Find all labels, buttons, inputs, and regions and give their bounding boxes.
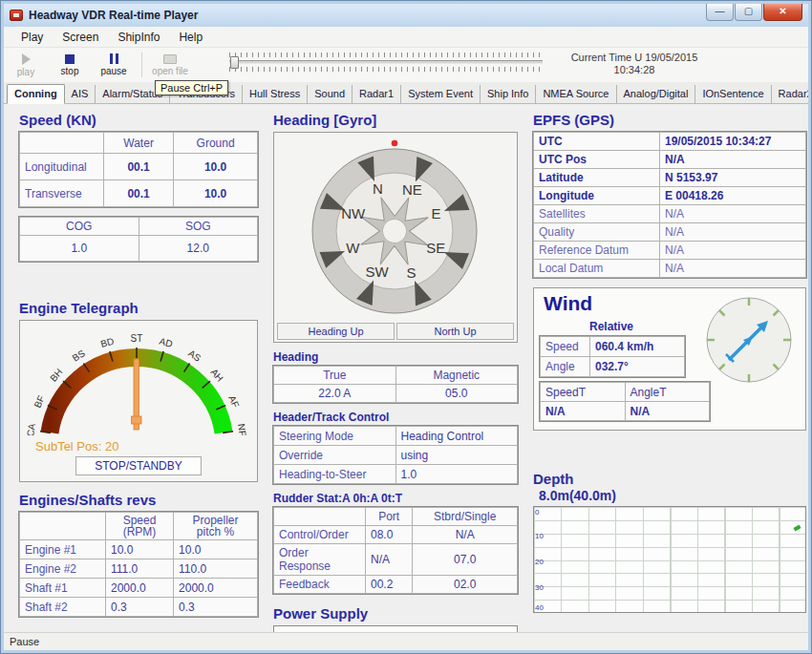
- tab-ais[interactable]: AIS: [65, 85, 96, 103]
- gyro-compass-panel: N NE E SE S SW W NW Heading Up North Up: [273, 132, 518, 343]
- table-row: UTC 19/05/2015 10:34:27: [534, 133, 806, 151]
- slider-ticks-top: [229, 53, 543, 57]
- tab-radar2[interactable]: Radar2: [772, 85, 808, 103]
- menu-shipinfo[interactable]: ShipInfo: [108, 28, 169, 47]
- cog-sog-table: COG SOG 1.0 12.0: [19, 217, 258, 262]
- compass-point-nw: NW: [341, 205, 366, 222]
- table-row: SpeedT AngleT: [541, 383, 710, 402]
- heading-true-value: 22.0 A: [274, 385, 396, 403]
- wind-speed-value: 060.4 km/h: [590, 337, 685, 357]
- heading-true-header: True: [274, 367, 396, 385]
- heading-title: Heading: [273, 350, 518, 364]
- table-row: 1.0 12.0: [20, 236, 258, 262]
- open-file-button[interactable]: open file: [148, 49, 192, 81]
- rudder-title: Rudder Stat:A 0h:A 0t:T: [273, 492, 518, 505]
- pause-button[interactable]: pause: [92, 49, 136, 81]
- maximize-button[interactable]: ▢: [735, 4, 762, 21]
- speed-table: Water Ground Longitudinal 00.1 10.0 Tran…: [19, 132, 258, 207]
- depth-chart: 0 10 20 30 40: [533, 506, 806, 613]
- telegraph-label: NF: [236, 423, 248, 435]
- tab-conning[interactable]: Conning: [7, 84, 65, 104]
- stop-button-label: stop: [61, 66, 79, 76]
- rudder-col-port: Port: [366, 508, 413, 526]
- cog-header: COG: [20, 218, 139, 236]
- table-row: Override using: [274, 446, 518, 465]
- table-row: Transverse 00.1 10.0: [20, 180, 258, 207]
- table-row: Speed 060.4 km/h: [541, 337, 685, 357]
- tab-ship-info[interactable]: Ship Info: [481, 85, 536, 103]
- menu-play[interactable]: Play: [11, 28, 53, 47]
- heading-up-button[interactable]: Heading Up: [277, 323, 395, 340]
- lubber-line-marker: [392, 140, 398, 147]
- table-row: Longitudinal 00.1 10.0: [20, 154, 258, 180]
- telegraph-label: ST: [131, 333, 143, 344]
- table-row: Latitude N 5153.97: [534, 169, 806, 187]
- table-row: Engine #2 111.0 110.0: [20, 559, 258, 579]
- close-button[interactable]: ✕: [763, 4, 802, 21]
- telegraph-label: BH: [48, 367, 64, 384]
- tab-analog-digital[interactable]: Analog/Digital: [617, 85, 696, 103]
- tab-hull-stress[interactable]: Hull Stress: [243, 85, 308, 103]
- table-row: Quality N/A: [534, 223, 806, 242]
- compass-point-e: E: [432, 205, 441, 222]
- es-col-speed: Speed(RPM): [106, 513, 174, 540]
- wind-angle-value: 032.7°: [590, 357, 685, 377]
- table-row: Engine #1 10.0 10.0: [20, 540, 258, 559]
- telegraph-label: AF: [226, 394, 241, 410]
- open-file-button-label: open file: [152, 66, 188, 76]
- pause-button-label: pause: [100, 66, 126, 76]
- epfs-title: EPFS (GPS): [533, 112, 806, 128]
- wind-speed-angle-table: Speed 060.4 km/h Angle 032.7°: [540, 336, 685, 377]
- wind-relative-label: Relative: [589, 320, 633, 333]
- tab-nmea-source[interactable]: NMEA Source: [536, 85, 616, 103]
- telegraph-label: BS: [71, 348, 87, 364]
- compass-point-sw: SW: [366, 264, 390, 280]
- speed-col-water: Water: [104, 133, 174, 154]
- table-row: Longitude E 00418.26: [534, 187, 806, 205]
- tab-ionsentence[interactable]: IOnSentence: [695, 85, 771, 103]
- tab-system-event[interactable]: System Event: [401, 85, 481, 103]
- slider-thumb[interactable]: [230, 56, 239, 69]
- subtel-position: SubTel Pos: 20: [35, 439, 255, 454]
- slider-track[interactable]: [229, 60, 543, 64]
- cog-value: 1.0: [20, 236, 139, 262]
- menu-help[interactable]: Help: [169, 28, 212, 47]
- engines-shafts-table: Speed(RPM) Propellerpitch % Engine #1 10…: [19, 512, 258, 617]
- gyro-title: Heading [Gyro]: [273, 112, 518, 128]
- play-button[interactable]: play: [4, 49, 48, 81]
- telegraph-label: CA: [25, 423, 37, 435]
- compass-rose: N NE E SE S SW W NW: [277, 136, 512, 317]
- status-bar: Pause: [4, 632, 808, 650]
- title-bar[interactable]: Headway VDR Real-time Player — ▢ ✕: [4, 4, 808, 27]
- rudder-table: Port Stbrd/Single Control/Order 08.0 N/A…: [273, 507, 518, 594]
- speed-title: Speed (KN): [19, 112, 258, 128]
- minimize-button[interactable]: —: [706, 4, 734, 21]
- stop-icon: [65, 54, 75, 64]
- tab-sound[interactable]: Sound: [308, 85, 353, 103]
- app-icon: [10, 10, 23, 21]
- stop-standby-button[interactable]: STOP/STANDBY: [75, 456, 202, 475]
- table-row: Control/Order 08.0 N/A: [274, 526, 518, 544]
- telegraph-label: BD: [99, 336, 115, 349]
- pause-icon: [110, 53, 118, 64]
- timeline-slider[interactable]: [229, 53, 543, 72]
- power-supply-title: Power Supply: [273, 605, 518, 622]
- status-text: Pause: [10, 636, 39, 647]
- telegraph-label: AS: [186, 348, 203, 364]
- table-row: Feedback 00.2 02.0: [274, 576, 518, 594]
- table-row: Shaft #2 0.3 0.3: [20, 598, 258, 617]
- track-control-table: Steering Mode Heading Control Override u…: [273, 426, 518, 484]
- telegraph-label: AH: [208, 367, 224, 384]
- menu-screen[interactable]: Screen: [53, 28, 108, 47]
- north-up-button[interactable]: North Up: [396, 323, 514, 340]
- current-time-date: Current Time U 19/05/2015: [558, 52, 711, 64]
- table-row: Reference Datum N/A: [534, 242, 806, 260]
- heading-magnetic-value: 05.0: [395, 385, 518, 403]
- depth-ytick: 0: [535, 508, 539, 517]
- heading-table: True Magnetic 22.0 A 05.0: [273, 366, 518, 403]
- tab-radar1[interactable]: Radar1: [353, 85, 401, 103]
- stop-button[interactable]: stop: [48, 49, 92, 81]
- window-title: Headway VDR Real-time Player: [29, 9, 198, 22]
- table-row: Order Response N/A 07.0: [274, 544, 518, 576]
- table-row: Steering Mode Heading Control: [274, 427, 518, 446]
